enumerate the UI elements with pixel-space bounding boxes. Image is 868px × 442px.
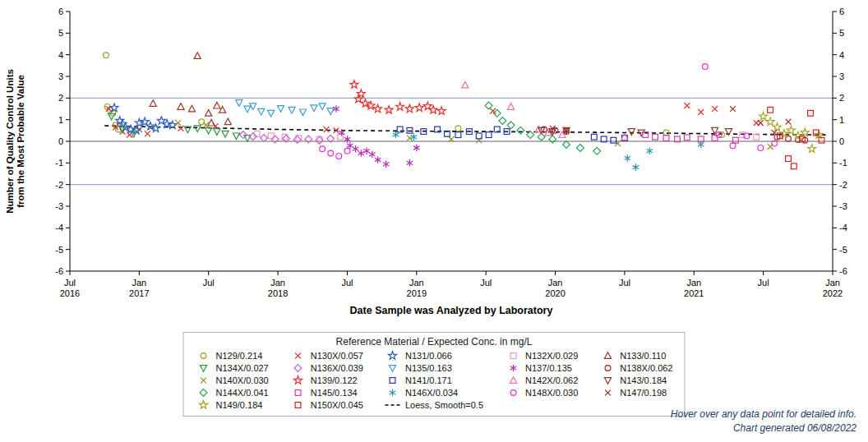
data-point[interactable]	[214, 129, 220, 136]
data-point[interactable]	[507, 122, 515, 129]
data-point[interactable]	[754, 134, 760, 140]
data-point[interactable]	[486, 132, 492, 138]
data-point[interactable]	[319, 104, 326, 110]
data-point[interactable]	[194, 126, 201, 132]
data-point[interactable]	[485, 102, 492, 109]
data-point[interactable]	[405, 104, 413, 113]
data-point[interactable]	[369, 151, 375, 159]
data-point[interactable]	[338, 134, 344, 140]
data-point[interactable]	[289, 107, 295, 113]
chart-canvas[interactable]: -6-6-5-5-4-4-3-3-2-2-1-100112233445566Ju…	[0, 0, 868, 322]
data-point[interactable]	[744, 133, 750, 139]
data-point[interactable]	[145, 131, 150, 136]
data-point[interactable]	[490, 108, 496, 114]
data-point[interactable]	[233, 133, 239, 140]
data-point[interactable]	[684, 135, 690, 140]
data-point[interactable]	[208, 119, 215, 126]
data-point[interactable]	[517, 127, 524, 134]
data-point[interactable]	[261, 135, 268, 142]
data-point[interactable]	[407, 159, 413, 167]
data-point[interactable]	[205, 127, 212, 134]
data-point[interactable]	[375, 156, 381, 163]
data-point[interactable]	[175, 120, 181, 126]
data-point[interactable]	[293, 136, 301, 143]
data-point[interactable]	[663, 136, 669, 141]
data-point[interactable]	[150, 100, 156, 107]
data-point[interactable]	[413, 145, 419, 152]
data-point[interactable]	[324, 127, 330, 132]
data-point[interactable]	[733, 137, 739, 143]
data-point[interactable]	[462, 81, 469, 88]
data-point[interactable]	[258, 108, 265, 115]
data-point[interactable]	[110, 104, 118, 112]
data-point[interactable]	[299, 109, 306, 116]
data-point[interactable]	[429, 106, 437, 114]
data-point[interactable]	[760, 112, 768, 120]
data-point[interactable]	[508, 104, 515, 110]
data-point[interactable]	[625, 154, 630, 162]
data-point[interactable]	[268, 110, 275, 117]
data-point[interactable]	[188, 105, 195, 112]
data-point[interactable]	[698, 109, 704, 115]
data-point[interactable]	[415, 104, 423, 112]
data-point[interactable]	[653, 134, 658, 140]
data-point[interactable]	[222, 131, 229, 137]
data-point[interactable]	[563, 141, 570, 149]
data-point[interactable]	[791, 163, 796, 169]
data-point[interactable]	[455, 132, 461, 138]
data-point[interactable]	[593, 147, 601, 154]
data-point[interactable]	[628, 129, 635, 136]
data-point[interactable]	[178, 104, 184, 110]
data-point[interactable]	[311, 105, 317, 112]
data-point[interactable]	[758, 120, 764, 126]
data-point[interactable]	[103, 53, 108, 58]
data-point[interactable]	[633, 163, 639, 171]
data-point[interactable]	[336, 154, 342, 159]
data-point[interactable]	[363, 148, 369, 155]
data-point[interactable]	[576, 144, 584, 151]
data-point[interactable]	[353, 145, 358, 153]
data-point[interactable]	[199, 119, 205, 125]
data-point[interactable]	[773, 123, 781, 131]
data-point[interactable]	[350, 81, 358, 89]
data-point[interactable]	[385, 106, 393, 114]
data-point[interactable]	[766, 117, 774, 126]
data-point[interactable]	[178, 126, 184, 131]
qc-scatter-chart[interactable]: -6-6-5-5-4-4-3-3-2-2-1-100112233445566Ju…	[0, 0, 868, 322]
data-point[interactable]	[437, 107, 446, 115]
data-point[interactable]	[358, 150, 364, 157]
data-point[interactable]	[786, 156, 792, 162]
data-point[interactable]	[758, 145, 764, 151]
dashed-line-icon	[385, 399, 401, 411]
data-point[interactable]	[108, 113, 115, 120]
data-point[interactable]	[712, 106, 718, 112]
data-point[interactable]	[224, 118, 231, 125]
data-point[interactable]	[277, 106, 284, 113]
data-point[interactable]	[808, 145, 816, 153]
data-point[interactable]	[702, 64, 708, 70]
data-point[interactable]	[344, 148, 350, 154]
data-point[interactable]	[768, 107, 773, 113]
data-point[interactable]	[396, 103, 404, 111]
data-point[interactable]	[328, 150, 334, 156]
data-point[interactable]	[214, 102, 220, 108]
data-point[interactable]	[684, 103, 690, 108]
data-point[interactable]	[244, 106, 251, 113]
data-point[interactable]	[374, 104, 382, 113]
data-point[interactable]	[730, 143, 736, 149]
data-point[interactable]	[611, 137, 616, 143]
data-point[interactable]	[194, 53, 201, 59]
data-point[interactable]	[141, 117, 149, 126]
data-point[interactable]	[327, 108, 334, 115]
data-point[interactable]	[730, 106, 736, 112]
data-point[interactable]	[205, 110, 212, 117]
data-point[interactable]	[786, 119, 792, 125]
data-point[interactable]	[236, 100, 242, 107]
data-point[interactable]	[455, 126, 461, 131]
data-point[interactable]	[647, 148, 653, 155]
data-point[interactable]	[499, 117, 506, 125]
data-point[interactable]	[320, 146, 326, 152]
data-point[interactable]	[383, 160, 389, 168]
data-point[interactable]	[591, 134, 597, 140]
data-point[interactable]	[808, 110, 814, 116]
